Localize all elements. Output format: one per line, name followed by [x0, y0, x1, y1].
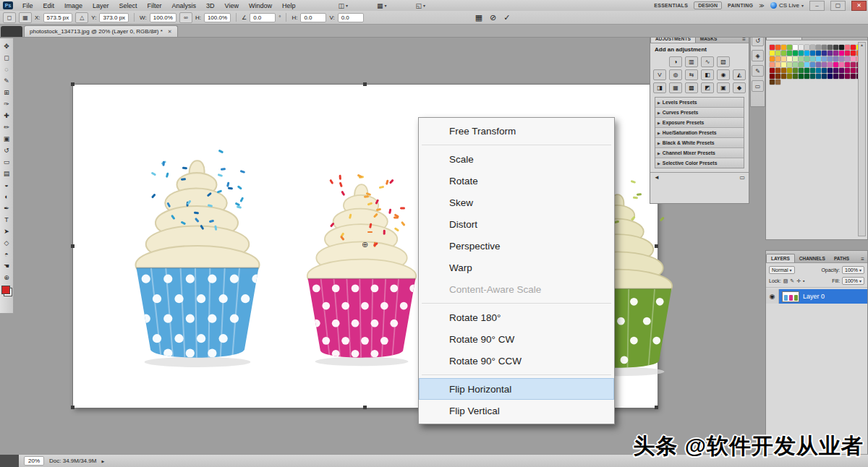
menu-item[interactable]: Help [277, 2, 301, 9]
adjustment-icon[interactable]: ◧ [701, 69, 714, 80]
expander-triangle-icon[interactable]: ▶ [658, 121, 660, 125]
preset-row[interactable]: ▶ Hue/Saturation Presets [655, 128, 744, 138]
menu-item[interactable]: Edit [38, 2, 60, 9]
color-swatch[interactable] [851, 68, 856, 73]
tool-button[interactable]: ✏ [1, 121, 13, 133]
tool-button[interactable]: ✑ [1, 98, 13, 110]
workspace-more-button[interactable]: ≫ [759, 3, 765, 9]
workspace-essentials[interactable]: ESSENTIALS [654, 3, 688, 8]
transform-handle-bottom-right[interactable] [655, 406, 658, 409]
color-swatch[interactable] [775, 68, 780, 73]
color-swatch[interactable] [799, 68, 804, 73]
tool-button[interactable]: ◌ [1, 64, 13, 75]
color-swatch[interactable] [822, 56, 827, 61]
app-bar-icon-group[interactable]: ◱ ▾ [416, 2, 426, 9]
color-swatch[interactable] [822, 45, 827, 50]
lock-icon[interactable]: ▪ [803, 278, 804, 284]
transform-handle-middle-left[interactable] [71, 244, 75, 248]
color-swatch[interactable] [851, 45, 856, 50]
color-swatch[interactable] [804, 45, 809, 50]
context-menu-item[interactable]: Free Transform [419, 120, 614, 142]
color-swatch[interactable] [822, 68, 827, 73]
color-swatch[interactable] [816, 56, 821, 61]
color-swatch[interactable] [816, 62, 821, 67]
rotation-field[interactable]: 0.0 [250, 13, 276, 22]
fill-field[interactable]: 100% ▾ [842, 277, 864, 285]
v-skew-field[interactable]: 0.0 [338, 13, 364, 22]
color-swatch[interactable] [851, 74, 856, 79]
color-swatch[interactable] [816, 45, 821, 50]
color-swatch[interactable] [793, 62, 798, 67]
color-swatch[interactable] [793, 68, 798, 73]
tool-button[interactable]: ✒ [1, 202, 13, 214]
layer-entry[interactable]: Layer 0 [779, 289, 867, 304]
context-menu-item[interactable] [419, 142, 614, 148]
color-swatch[interactable] [822, 62, 827, 67]
color-swatch[interactable] [787, 74, 792, 79]
adjustment-icon[interactable]: V [653, 69, 666, 80]
color-swatch[interactable] [833, 45, 838, 50]
color-swatch[interactable] [799, 62, 804, 67]
color-swatch[interactable] [833, 74, 838, 79]
context-menu-item[interactable]: Skew [419, 192, 614, 213]
color-swatch[interactable] [787, 45, 792, 50]
context-menu-item[interactable]: Flip Horizontal [419, 378, 614, 400]
preset-row[interactable]: ▶ Curves Presets [655, 108, 744, 118]
menu-item[interactable]: Layer [88, 2, 114, 9]
dock-panel-icon[interactable]: ◈ [752, 50, 764, 61]
foreground-color-swatch[interactable] [1, 286, 10, 294]
tool-button[interactable]: ▣ [1, 133, 13, 145]
color-swatch[interactable] [827, 62, 833, 67]
adjustment-icon[interactable]: ◉ [717, 69, 730, 80]
expander-triangle-icon[interactable]: ▶ [658, 100, 660, 105]
color-swatch[interactable] [822, 74, 827, 79]
adjustment-icon[interactable]: ▧ [717, 56, 730, 67]
color-swatch[interactable] [827, 68, 833, 73]
swatches-scrollbar[interactable]: ▲ [858, 42, 866, 236]
color-swatch[interactable] [799, 56, 804, 61]
context-menu-item[interactable]: Rotate 180° [419, 307, 614, 328]
restore-button[interactable]: ▢ [830, 1, 846, 11]
color-swatch[interactable] [775, 80, 780, 85]
context-menu-item[interactable]: Rotate 90° CW [419, 328, 614, 350]
tool-button[interactable]: ▤ [1, 168, 13, 179]
color-swatch[interactable] [839, 45, 844, 50]
menu-item[interactable]: View [220, 2, 244, 9]
color-swatch[interactable] [851, 62, 856, 67]
color-swatch[interactable] [793, 51, 798, 56]
menu-item[interactable]: Window [244, 2, 277, 9]
tab-paths[interactable]: PATHS [830, 254, 854, 262]
close-button[interactable]: ✕ [851, 1, 867, 11]
color-swatch[interactable] [845, 51, 850, 56]
color-swatch[interactable] [775, 56, 780, 61]
context-menu-item[interactable]: Distort [419, 213, 614, 235]
color-swatch[interactable] [816, 51, 821, 56]
color-swatch[interactable] [781, 56, 786, 61]
context-menu-item[interactable]: Flip Vertical [419, 400, 614, 421]
dock-panel-icon[interactable]: ▭ [752, 80, 764, 92]
preset-row[interactable]: ▶ Levels Presets [655, 98, 744, 108]
adjustment-icon[interactable]: ▩ [685, 82, 698, 93]
color-swatch[interactable] [839, 74, 844, 79]
color-swatch[interactable] [775, 74, 780, 79]
transform-handle-top-center[interactable] [363, 82, 367, 86]
workspace-painting[interactable]: PAINTING [728, 3, 753, 8]
tool-button[interactable]: ➤ [1, 226, 13, 237]
color-swatch[interactable] [851, 51, 856, 56]
app-bar-icon[interactable]: ◫ [339, 2, 345, 9]
color-swatch[interactable] [810, 74, 815, 79]
expander-triangle-icon[interactable]: ▶ [658, 161, 660, 166]
context-menu-item[interactable]: Perspective [419, 235, 614, 257]
color-swatch[interactable] [822, 51, 827, 56]
menu-item[interactable]: File [17, 2, 38, 9]
color-swatch[interactable] [770, 62, 775, 67]
preset-row[interactable]: ▶ Selective Color Presets [655, 158, 744, 168]
opacity-field[interactable]: 100% ▾ [842, 266, 864, 274]
width-field[interactable]: 100.0% [150, 13, 176, 22]
context-menu-item[interactable] [419, 372, 614, 378]
adjustment-icon[interactable]: ◭ [733, 69, 746, 80]
color-swatch[interactable] [804, 51, 809, 56]
color-swatch[interactable] [781, 45, 786, 50]
tool-button[interactable]: ⊞ [1, 87, 13, 98]
cs-live-button[interactable]: CS Live ▾ [770, 2, 804, 9]
